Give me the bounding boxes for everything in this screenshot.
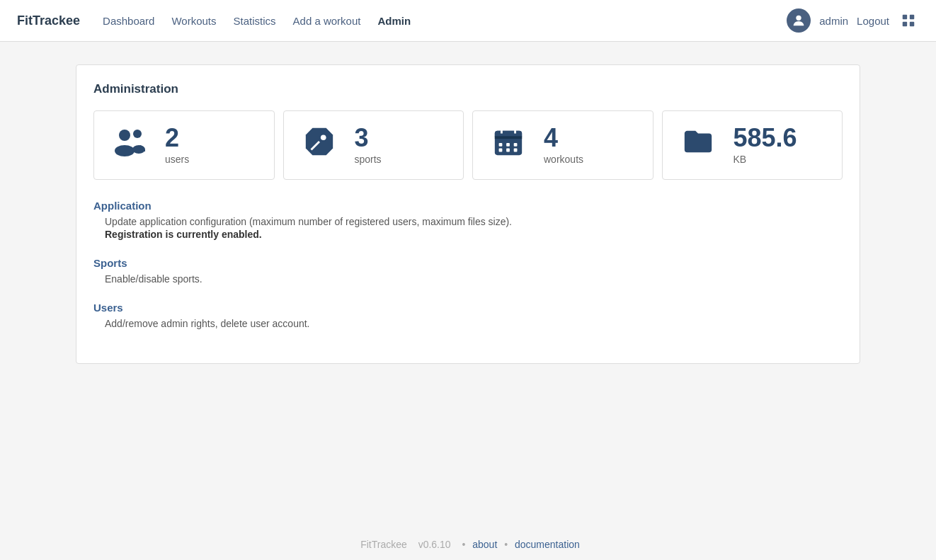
stat-info-sports: 3 sports	[355, 125, 382, 165]
footer: FitTrackee v0.6.10 • about • documentati…	[0, 529, 936, 560]
user-avatar[interactable]	[787, 8, 811, 33]
svg-rect-15	[499, 143, 503, 147]
stat-box-sports: 3 sports	[283, 110, 464, 180]
kb-count: 585.6	[734, 125, 797, 151]
svg-rect-19	[506, 149, 510, 152]
section-users: Users Add/remove admin rights, delete us…	[93, 302, 843, 329]
nav-admin[interactable]: Admin	[377, 15, 411, 27]
svg-rect-12	[495, 136, 522, 139]
workouts-count: 4	[544, 125, 583, 151]
nav-right: admin Logout	[787, 8, 919, 33]
sports-count: 3	[355, 125, 382, 151]
svg-rect-2	[910, 15, 914, 19]
stat-info-kb: 585.6 KB	[734, 125, 797, 165]
nav-add-workout[interactable]: Add a workout	[293, 15, 361, 27]
users-icon	[111, 125, 148, 165]
svg-point-0	[797, 16, 801, 21]
nav-workouts[interactable]: Workouts	[171, 15, 216, 27]
stat-info-users: 2 users	[165, 125, 189, 165]
nav-dashboard[interactable]: Dashboard	[103, 15, 154, 27]
nav-statistics[interactable]: Statistics	[234, 15, 276, 27]
main-content: Administration 2 users	[64, 64, 872, 364]
stat-boxes: 2 users 3 sports	[93, 110, 843, 180]
navbar: FitTrackee Dashboard Workouts Statistics…	[0, 0, 936, 42]
svg-rect-16	[506, 143, 510, 147]
users-label: users	[165, 154, 189, 165]
tag-icon	[301, 125, 338, 165]
section-application: Application Update application configura…	[93, 200, 843, 240]
section-users-title[interactable]: Users	[93, 302, 843, 314]
footer-about[interactable]: about	[472, 539, 497, 550]
svg-rect-1	[903, 15, 907, 19]
stat-info-workouts: 4 workouts	[544, 125, 583, 165]
calendar-icon	[490, 125, 527, 165]
footer-sep2: •	[504, 539, 510, 550]
footer-version: v0.6.10	[418, 539, 451, 550]
footer-brand: FitTrackee	[360, 539, 407, 550]
kb-label: KB	[734, 154, 797, 165]
svg-rect-3	[903, 22, 907, 26]
svg-point-6	[115, 145, 135, 156]
page-title: Administration	[93, 82, 843, 96]
users-count: 2	[165, 125, 189, 151]
svg-point-7	[133, 130, 142, 138]
stat-box-workouts: 4 workouts	[472, 110, 654, 180]
nav-logout[interactable]: Logout	[857, 15, 889, 27]
section-sports-title[interactable]: Sports	[93, 257, 843, 269]
admin-card: Administration 2 users	[76, 64, 860, 364]
workouts-label: workouts	[544, 154, 583, 165]
footer-documentation[interactable]: documentation	[515, 539, 580, 550]
section-application-title[interactable]: Application	[93, 200, 843, 212]
nav-username[interactable]: admin	[819, 15, 848, 27]
brand-logo[interactable]: FitTrackee	[17, 13, 80, 28]
svg-rect-20	[514, 149, 518, 152]
section-users-desc: Add/remove admin rights, delete user acc…	[105, 318, 843, 329]
stat-box-kb: 585.6 KB	[662, 110, 843, 180]
footer-sep1: •	[462, 539, 468, 550]
folder-icon	[680, 125, 717, 165]
svg-point-9	[320, 135, 326, 140]
svg-point-8	[132, 145, 145, 154]
nav-extra-icon[interactable]	[898, 10, 919, 31]
svg-rect-4	[910, 22, 914, 26]
section-application-desc: Update application configuration (maximu…	[105, 216, 843, 227]
section-sports: Sports Enable/disable sports.	[93, 257, 843, 285]
sports-label: sports	[355, 154, 382, 165]
stat-box-users: 2 users	[93, 110, 275, 180]
section-application-status: Registration is currently enabled.	[105, 229, 843, 240]
nav-links: Dashboard Workouts Statistics Add a work…	[103, 15, 787, 27]
section-sports-desc: Enable/disable sports.	[105, 273, 843, 285]
svg-point-5	[119, 130, 130, 141]
svg-rect-18	[499, 149, 503, 152]
svg-rect-17	[514, 143, 518, 147]
